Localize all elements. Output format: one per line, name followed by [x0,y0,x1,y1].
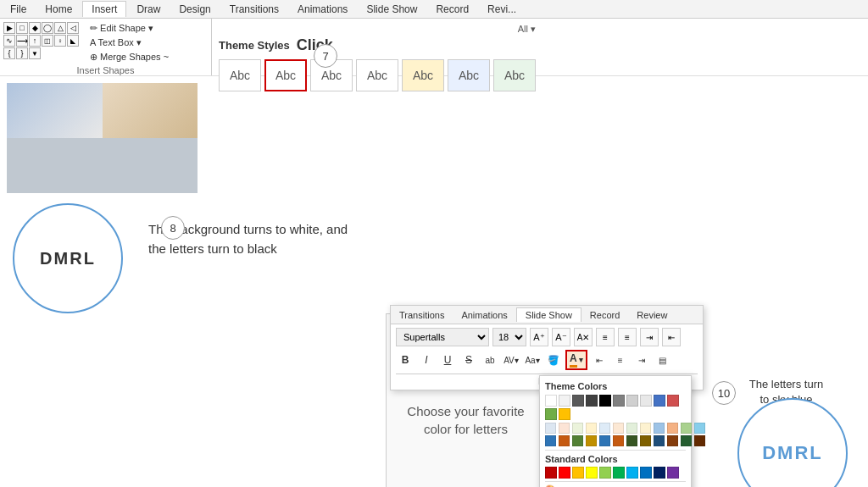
shape-icon-more[interactable]: ▼ [29,47,41,59]
sc-9[interactable] [654,467,665,479]
sc-5[interactable] [599,467,611,479]
tc-12-selected[interactable] [694,423,705,434]
tab-animations[interactable]: Animations [289,2,356,17]
font-clear-btn[interactable]: A✕ [574,328,593,346]
font-increase-btn[interactable]: A⁺ [530,328,548,346]
shape-icon-bracket[interactable]: { [3,47,15,59]
shape-icon-arrow2[interactable]: ↑ [29,35,41,47]
shape-icon-bracket2[interactable]: } [16,47,28,59]
tab-transitions[interactable]: Transitions [221,2,287,17]
tc-5[interactable] [599,423,610,434]
numbered-list-btn[interactable]: ≡ [618,328,637,346]
tc-20[interactable] [640,435,651,446]
tc-1[interactable] [545,423,556,434]
mini-tab-review[interactable]: Review [628,308,676,322]
tc-14[interactable] [559,435,570,446]
color-gainsboro[interactable] [640,395,652,407]
tc-24[interactable] [694,435,705,446]
color-gold[interactable] [559,408,570,420]
underline-btn[interactable]: U [438,351,457,369]
tc-19[interactable] [626,435,637,446]
shape-icon-diamond[interactable]: ◆ [29,22,41,34]
tab-review[interactable]: Revi... [479,2,525,17]
font-color-dropdown-icon[interactable]: ▾ [579,356,583,364]
bullet-list-btn[interactable]: ≡ [596,328,615,346]
justify-btn[interactable]: ▤ [654,351,672,369]
tc-8[interactable] [640,423,651,434]
tc-17[interactable] [599,435,610,446]
mini-tab-animations[interactable]: Animations [453,308,515,322]
sc-8[interactable] [640,467,652,479]
shape-icon-l1[interactable]: ◁ [67,22,79,34]
edit-shape-btn[interactable]: ✏ Edit Shape ▾ [86,22,172,35]
shadow-btn[interactable]: ab [481,351,499,369]
outdent-btn[interactable]: ⇤ [662,328,681,346]
bold-btn[interactable]: B [396,351,415,369]
shape-icon-zigzag[interactable]: ◣ [67,35,79,47]
font-decrease-btn[interactable]: A⁻ [552,328,570,346]
color-silver[interactable] [626,395,638,407]
tab-draw[interactable]: Draw [128,2,169,17]
tc-7[interactable] [626,423,637,434]
color-light-gray[interactable] [559,395,570,407]
tab-record[interactable]: Record [427,2,477,17]
align-left-btn[interactable]: ⇤ [590,351,609,369]
italic-btn[interactable]: I [417,351,436,369]
sc-10[interactable] [667,467,679,479]
sc-6[interactable] [613,467,625,479]
shape-icon-triangle[interactable]: △ [54,22,66,34]
char-spacing-btn[interactable]: AV▾ [502,351,520,369]
tc-18[interactable] [613,435,624,446]
tc-11[interactable] [681,423,692,434]
text-box-btn[interactable]: A Text Box ▾ [86,36,172,49]
tc-4[interactable] [586,423,597,434]
sc-2[interactable] [559,467,570,479]
sc-1[interactable] [545,467,557,479]
strikethrough-btn[interactable]: S [459,351,478,369]
paint-bucket-btn[interactable]: 🪣 [544,351,563,369]
tc-21[interactable] [654,435,665,446]
tab-home[interactable]: Home [36,2,81,17]
align-right-btn[interactable]: ⇥ [632,351,651,369]
tc-10[interactable] [667,423,678,434]
mini-tab-transitions[interactable]: Transitions [391,308,453,322]
tc-9[interactable] [654,423,665,434]
shape-icon-expand[interactable]: ◫ [42,35,53,47]
color-darker-gray[interactable] [586,395,598,407]
tc-15[interactable] [572,435,583,446]
shape-icon-curve[interactable]: ∿ [3,35,15,47]
color-gray[interactable] [613,395,625,407]
sc-3[interactable] [572,467,584,479]
color-white[interactable] [545,395,557,407]
mini-tab-record[interactable]: Record [581,308,628,322]
shape-icon-rect[interactable]: □ [16,22,28,34]
mini-tab-slideshow[interactable]: Slide Show [516,307,581,322]
tc-22[interactable] [667,435,678,446]
shape-icon-line[interactable]: ⟶ [16,35,28,47]
tc-3[interactable] [572,423,583,434]
tab-slideshow[interactable]: Slide Show [358,2,426,17]
merge-shapes-btn[interactable]: ⊕ Merge Shapes ~ [86,51,172,64]
color-dark-gray[interactable] [572,395,584,407]
tc-6[interactable] [613,423,624,434]
shape-icon-arrow[interactable]: ▶ [3,22,15,34]
color-green[interactable] [545,408,557,420]
align-center-btn[interactable]: ≡ [611,351,630,369]
tc-16[interactable] [586,435,597,446]
sc-4[interactable] [586,467,598,479]
tc-23[interactable] [681,435,692,446]
tc-13[interactable] [545,435,556,446]
indent-btn[interactable]: ⇥ [640,328,659,346]
tab-design[interactable]: Design [170,2,219,17]
all-label[interactable]: All ▾ [518,24,536,34]
tc-2[interactable] [559,423,570,434]
tab-insert[interactable]: Insert [82,1,126,17]
font-name-select[interactable]: Supertalls [396,328,489,346]
color-black[interactable] [599,395,611,407]
case-btn[interactable]: Aa▾ [523,351,542,369]
shape-icon-trapezoid[interactable]: ♀ [54,35,66,47]
font-size-select[interactable]: 18 [492,328,526,346]
font-color-btn[interactable]: A ▾ [565,350,587,370]
shape-icon-circle[interactable]: ◯ [42,22,53,34]
color-red[interactable] [667,395,679,407]
